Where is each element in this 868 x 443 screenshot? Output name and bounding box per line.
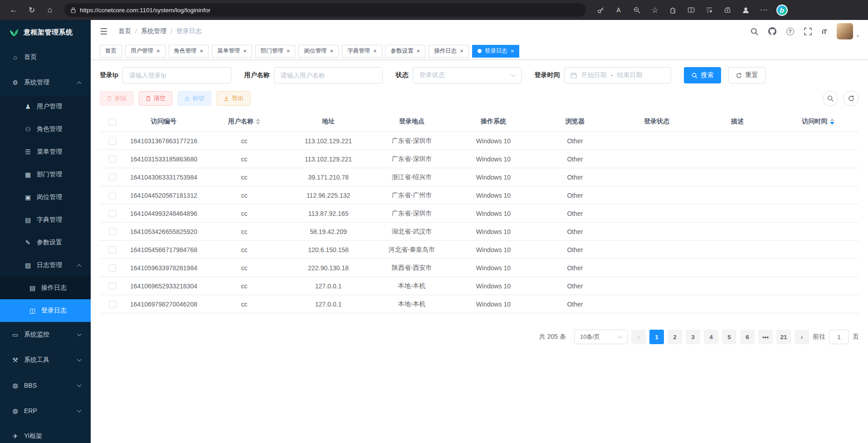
bing-copilot-icon[interactable]: b: [774, 3, 790, 17]
row-checkbox[interactable]: [109, 210, 116, 217]
page-button-2[interactable]: 2: [668, 330, 682, 344]
sidebar-item-dict-management[interactable]: ▤字典管理: [0, 209, 91, 231]
column-header[interactable]: 用户名称: [203, 112, 286, 132]
show-search-toggle-icon[interactable]: [823, 91, 838, 106]
sort-asc-icon[interactable]: [256, 118, 260, 121]
tab-param-settings[interactable]: 参数设置×: [385, 45, 426, 58]
sidebar-item-system-management[interactable]: ⚙系统管理: [0, 70, 91, 95]
column-header[interactable]: 访问时间: [777, 112, 859, 132]
page-button-3[interactable]: 3: [686, 330, 700, 344]
page-button-21[interactable]: 21: [776, 330, 791, 344]
end-date-placeholder[interactable]: 结束日期: [617, 71, 642, 79]
unlock-button[interactable]: 解锁: [178, 91, 211, 106]
sidebar-item-dept-management[interactable]: ▦部门管理: [0, 163, 91, 186]
browser-menu-ellipsis-icon[interactable]: ···: [756, 3, 772, 17]
add-favorite-star-icon[interactable]: ☆: [647, 3, 663, 17]
row-checkbox[interactable]: [109, 246, 116, 253]
tab-user-management[interactable]: 用户管理×: [125, 45, 166, 58]
status-select[interactable]: 登录状态: [413, 67, 522, 83]
saved-password-key-icon[interactable]: [592, 3, 609, 17]
sidebar-item-log-management[interactable]: ▨日志管理: [0, 254, 91, 277]
address-bar[interactable]: https://ccnetcore.com:1101/system/log/lo…: [64, 3, 586, 17]
login-ip-field[interactable]: [122, 67, 231, 83]
page-button-5[interactable]: 5: [722, 330, 736, 344]
close-icon[interactable]: ×: [460, 48, 463, 54]
sidebar-item-erp[interactable]: ◍ERP: [0, 398, 91, 424]
page-button-4[interactable]: 4: [704, 330, 718, 344]
browser-profile-icon[interactable]: [737, 3, 754, 17]
row-checkbox[interactable]: [109, 282, 116, 290]
delete-button[interactable]: 删除: [100, 91, 133, 106]
font-size-icon[interactable]: ıT: [822, 28, 827, 35]
collections-icon[interactable]: [719, 3, 736, 17]
row-checkbox[interactable]: [109, 192, 116, 199]
help-question-icon[interactable]: ?: [786, 28, 794, 35]
page-ellipsis[interactable]: •••: [758, 330, 773, 344]
tab-home[interactable]: 首页: [100, 45, 122, 58]
tab-dept-management[interactable]: 部门管理×: [255, 45, 296, 58]
tab-menu-management[interactable]: 菜单管理×: [212, 45, 252, 58]
sort-carets-icon[interactable]: [830, 118, 834, 125]
tab-login-log[interactable]: 登录日志×: [472, 45, 520, 58]
tab-operation-log[interactable]: 操作日志×: [429, 45, 469, 58]
close-icon[interactable]: ×: [373, 48, 377, 54]
breadcrumb-home[interactable]: 首页: [118, 27, 131, 35]
start-date-placeholder[interactable]: 开始日期: [581, 71, 606, 79]
username-input[interactable]: [280, 72, 376, 79]
goto-page-input[interactable]: [829, 330, 849, 344]
sidebar-item-yi-framework[interactable]: ✈Yi框架: [0, 424, 91, 443]
sidebar-item-role-management[interactable]: ⚇角色管理: [0, 118, 91, 141]
page-size-select[interactable]: 10条/页: [574, 330, 628, 344]
prev-page-button[interactable]: ‹: [631, 330, 646, 344]
page-button-6[interactable]: 6: [740, 330, 755, 344]
fullscreen-icon[interactable]: [804, 28, 812, 35]
select-all-checkbox[interactable]: [109, 118, 116, 126]
close-icon[interactable]: ×: [417, 48, 420, 54]
refresh-table-icon[interactable]: [844, 91, 859, 106]
reset-button[interactable]: 重置: [728, 67, 766, 83]
row-checkbox[interactable]: [109, 228, 116, 235]
tab-post-management[interactable]: 岗位管理×: [298, 45, 339, 58]
close-icon[interactable]: ×: [243, 48, 247, 54]
sort-desc-icon[interactable]: [830, 122, 834, 125]
export-button[interactable]: 导出: [217, 91, 250, 106]
tab-role-management[interactable]: 角色管理×: [169, 45, 209, 58]
row-checkbox[interactable]: [109, 137, 116, 145]
row-checkbox[interactable]: [109, 174, 116, 181]
row-checkbox[interactable]: [109, 156, 116, 163]
sidebar-item-user-management[interactable]: ♟用户管理: [0, 95, 91, 118]
clear-button[interactable]: 清空: [139, 91, 172, 106]
sidebar-item-system-monitor[interactable]: ▭系统监控: [0, 322, 91, 347]
sort-asc-icon[interactable]: [830, 118, 834, 121]
favorites-bar-icon[interactable]: [701, 3, 717, 17]
browser-home-icon[interactable]: ⌂: [42, 3, 58, 17]
close-icon[interactable]: ×: [330, 48, 333, 54]
page-button-1[interactable]: 1: [649, 330, 664, 344]
row-checkbox[interactable]: [109, 264, 116, 272]
sidebar-item-home[interactable]: ⌂首页: [0, 44, 91, 70]
sidebar-collapse-icon[interactable]: ☰: [100, 26, 107, 37]
avatar-caret-down-icon[interactable]: ▾: [857, 34, 859, 39]
tab-dict-management[interactable]: 字典管理×: [342, 45, 382, 58]
close-icon[interactable]: ×: [287, 48, 290, 54]
app-logo[interactable]: 意框架管理系统: [0, 20, 91, 44]
sidebar-item-post-management[interactable]: ▣岗位管理: [0, 186, 91, 209]
user-avatar[interactable]: [837, 23, 853, 39]
url-text[interactable]: https://ccnetcore.com:1101/system/log/lo…: [80, 7, 210, 14]
zoom-out-icon[interactable]: [629, 3, 645, 17]
sidebar-item-menu-management[interactable]: ☰菜单管理: [0, 141, 91, 163]
github-icon[interactable]: [768, 27, 776, 35]
sidebar-item-login-log[interactable]: ◫登录日志: [0, 299, 91, 322]
sidebar-item-system-tools[interactable]: ⚒系统工具: [0, 347, 91, 373]
extensions-puzzle-icon[interactable]: [665, 3, 681, 17]
sort-desc-icon[interactable]: [256, 122, 260, 125]
read-aloud-icon[interactable]: A: [610, 3, 627, 17]
sidebar-item-operation-log[interactable]: ▤操作日志: [0, 277, 91, 299]
breadcrumb-system[interactable]: 系统管理: [141, 27, 166, 35]
search-button[interactable]: 搜索: [684, 67, 721, 83]
close-icon[interactable]: ×: [200, 48, 204, 54]
date-range-picker[interactable]: 开始日期 - 结束日期: [564, 67, 671, 83]
next-page-button[interactable]: ›: [795, 330, 809, 344]
row-checkbox[interactable]: [109, 301, 116, 308]
sort-carets-icon[interactable]: [256, 118, 260, 125]
